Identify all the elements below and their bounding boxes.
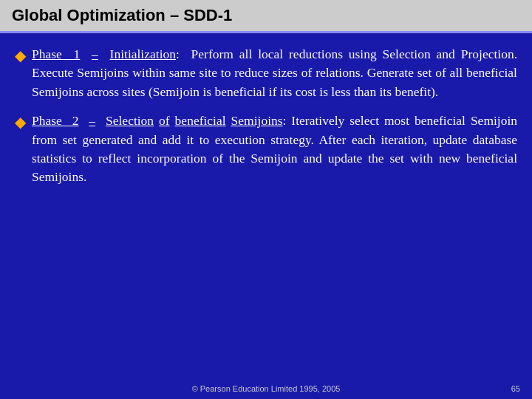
- phase2-dash: –: [89, 113, 95, 128]
- phase2-of: of: [159, 113, 170, 128]
- title-bar: Global Optimization – SDD-1: [0, 0, 532, 31]
- content-area: ◆ Phase 1 – Initialization: Perform all …: [0, 33, 532, 205]
- bullet-item-1: ◆ Phase 1 – Initialization: Perform all …: [15, 45, 517, 101]
- phase2-label: Phase 2: [32, 113, 78, 128]
- slide-container: Global Optimization – SDD-1 ◆ Phase 1 – …: [0, 0, 532, 399]
- phase1-dash: –: [92, 47, 98, 61]
- phase1-title: Initialization: [110, 47, 176, 61]
- phase2-selection: Selection: [106, 113, 154, 128]
- bullet-item-2: ◆ Phase 2 – Selection of beneficial Semi…: [15, 112, 517, 187]
- bullet-diamond-2: ◆: [15, 113, 26, 131]
- phase2-semijoins: Semijoins: [231, 113, 283, 128]
- slide-title: Global Optimization – SDD-1: [12, 6, 232, 25]
- footer-text: © Pearson Education Limited 1995, 2005: [192, 384, 341, 393]
- bullet-diamond-1: ◆: [15, 47, 26, 64]
- phase2-beneficial: beneficial: [175, 113, 226, 128]
- page-number: 65: [511, 384, 520, 393]
- footer: © Pearson Education Limited 1995, 2005: [0, 384, 532, 393]
- bullet-text-2: Phase 2 – Selection of beneficial Semijo…: [32, 112, 517, 187]
- phase1-label: Phase 1: [32, 47, 80, 61]
- bullet-text-1: Phase 1 – Initialization: Perform all lo…: [32, 45, 517, 101]
